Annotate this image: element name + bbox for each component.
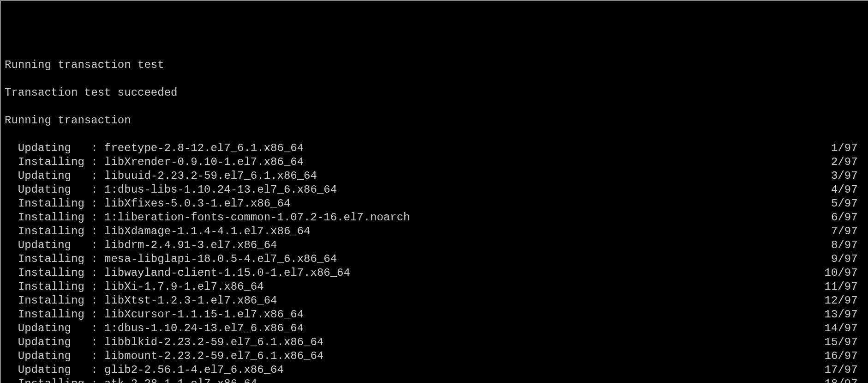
- package-counter: 3/97: [831, 169, 864, 183]
- package-counter: 2/97: [831, 155, 864, 169]
- separator: :: [91, 169, 104, 183]
- separator: :: [91, 349, 104, 363]
- package-name: libXrender-0.9.10-1.el7.x86_64: [104, 155, 304, 169]
- package-action: Updating: [18, 322, 91, 335]
- package-name: libblkid-2.23.2-59.el7_6.1.x86_64: [104, 335, 323, 349]
- package-row: Installing: atk-2.28.1-1.el7.x86_6418/97: [5, 377, 864, 383]
- separator: :: [91, 335, 104, 349]
- package-action: Installing: [18, 252, 91, 266]
- package-counter: 13/97: [825, 308, 864, 322]
- package-action: Installing: [18, 225, 91, 238]
- package-counter: 18/97: [825, 377, 864, 383]
- package-counter: 6/97: [831, 211, 864, 225]
- package-name: libmount-2.23.2-59.el7_6.1.x86_64: [104, 349, 323, 363]
- package-name: glib2-2.56.1-4.el7_6.x86_64: [104, 363, 284, 377]
- separator: :: [91, 141, 104, 155]
- package-row: Installing: libXi-1.7.9-1.el7.x86_6411/9…: [5, 280, 864, 294]
- package-counter: 10/97: [825, 266, 864, 280]
- separator: :: [91, 266, 104, 280]
- header-line-3: Running transaction: [5, 114, 864, 128]
- package-name: atk-2.28.1-1.el7.x86_64: [104, 377, 257, 383]
- package-row: Installing: libXtst-1.2.3-1.el7.x86_6412…: [5, 294, 864, 308]
- package-row: Updating: 1:dbus-libs-1.10.24-13.el7_6.x…: [5, 183, 864, 197]
- package-counter: 16/97: [825, 349, 864, 363]
- package-action: Updating: [18, 141, 91, 155]
- package-row: Installing: libXdamage-1.1.4-4.1.el7.x86…: [5, 225, 864, 238]
- package-action: Updating: [18, 363, 91, 377]
- package-row: Updating: libuuid-2.23.2-59.el7_6.1.x86_…: [5, 169, 864, 183]
- package-name: freetype-2.8-12.el7_6.1.x86_64: [104, 141, 304, 155]
- package-name: libXtst-1.2.3-1.el7.x86_64: [104, 294, 277, 308]
- package-counter: 8/97: [831, 238, 864, 252]
- package-name: libwayland-client-1.15.0-1.el7.x86_64: [104, 266, 350, 280]
- package-action: Installing: [18, 197, 91, 211]
- package-row: Installing: libXcursor-1.1.15-1.el7.x86_…: [5, 308, 864, 322]
- package-counter: 9/97: [831, 252, 864, 266]
- package-action: Updating: [18, 238, 91, 252]
- package-name: libdrm-2.4.91-3.el7.x86_64: [104, 238, 277, 252]
- package-row: Updating: freetype-2.8-12.el7_6.1.x86_64…: [5, 141, 864, 155]
- package-name: libXdamage-1.1.4-4.1.el7.x86_64: [104, 225, 310, 238]
- package-row: Updating: libblkid-2.23.2-59.el7_6.1.x86…: [5, 335, 864, 349]
- package-row: Updating: glib2-2.56.1-4.el7_6.x86_6417/…: [5, 363, 864, 377]
- package-action: Updating: [18, 335, 91, 349]
- package-name: libXi-1.7.9-1.el7.x86_64: [104, 280, 264, 294]
- separator: :: [91, 183, 104, 197]
- separator: :: [91, 280, 104, 294]
- package-row: Updating: 1:dbus-1.10.24-13.el7_6.x86_64…: [5, 322, 864, 335]
- header-line-1: Running transaction test: [5, 58, 864, 72]
- package-row: Installing: libwayland-client-1.15.0-1.e…: [5, 266, 864, 280]
- package-action: Installing: [18, 294, 91, 308]
- package-action: Installing: [18, 211, 91, 225]
- package-action: Installing: [18, 280, 91, 294]
- package-action: Updating: [18, 349, 91, 363]
- package-name: 1:dbus-libs-1.10.24-13.el7_6.x86_64: [104, 183, 337, 197]
- package-row: Updating: libmount-2.23.2-59.el7_6.1.x86…: [5, 349, 864, 363]
- separator: :: [91, 252, 104, 266]
- package-action: Updating: [18, 183, 91, 197]
- package-action: Installing: [18, 266, 91, 280]
- package-counter: 5/97: [831, 197, 864, 211]
- separator: :: [91, 211, 104, 225]
- package-name: libXfixes-5.0.3-1.el7.x86_64: [104, 197, 290, 211]
- package-name: libXcursor-1.1.15-1.el7.x86_64: [104, 308, 304, 322]
- separator: :: [91, 238, 104, 252]
- package-action: Updating: [18, 169, 91, 183]
- package-name: libuuid-2.23.2-59.el7_6.1.x86_64: [104, 169, 317, 183]
- separator: :: [91, 225, 104, 238]
- package-name: 1:liberation-fonts-common-1.07.2-16.el7.…: [104, 211, 410, 225]
- package-counter: 4/97: [831, 183, 864, 197]
- package-row: Installing: 1:liberation-fonts-common-1.…: [5, 211, 864, 225]
- separator: :: [91, 308, 104, 322]
- package-counter: 7/97: [831, 225, 864, 238]
- package-counter: 17/97: [825, 363, 864, 377]
- package-counter: 15/97: [825, 335, 864, 349]
- package-counter: 1/97: [831, 141, 864, 155]
- package-action: Installing: [18, 377, 91, 383]
- separator: :: [91, 294, 104, 308]
- separator: :: [91, 363, 104, 377]
- separator: :: [91, 197, 104, 211]
- package-action: Installing: [18, 308, 91, 322]
- package-name: 1:dbus-1.10.24-13.el7_6.x86_64: [104, 322, 304, 335]
- package-row: Installing: mesa-libglapi-18.0.5-4.el7_6…: [5, 252, 864, 266]
- package-counter: 11/97: [825, 280, 864, 294]
- package-name: mesa-libglapi-18.0.5-4.el7_6.x86_64: [104, 252, 337, 266]
- package-counter: 12/97: [825, 294, 864, 308]
- package-action: Installing: [18, 155, 91, 169]
- separator: :: [91, 155, 104, 169]
- package-row: Installing: libXfixes-5.0.3-1.el7.x86_64…: [5, 197, 864, 211]
- package-row: Installing: libXrender-0.9.10-1.el7.x86_…: [5, 155, 864, 169]
- separator: :: [91, 322, 104, 335]
- package-row: Updating: libdrm-2.4.91-3.el7.x86_648/97: [5, 238, 864, 252]
- package-counter: 14/97: [825, 322, 864, 335]
- header-line-2: Transaction test succeeded: [5, 86, 864, 100]
- separator: :: [91, 377, 104, 383]
